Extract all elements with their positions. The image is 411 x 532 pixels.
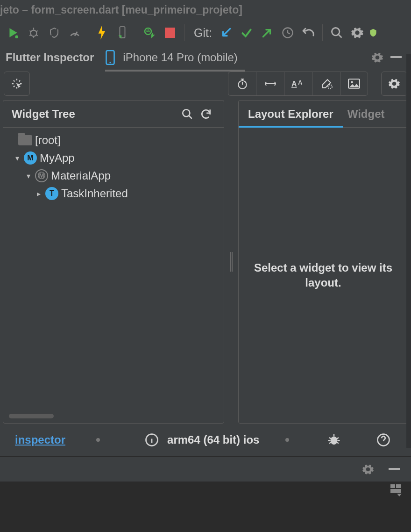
bottom-hide-button[interactable] xyxy=(385,460,404,479)
coverage-button[interactable] xyxy=(45,23,64,42)
git-push-button[interactable] xyxy=(258,23,276,42)
folder-icon xyxy=(18,135,32,145)
svg-point-1 xyxy=(31,30,37,36)
svg-rect-9 xyxy=(390,56,402,58)
tree-search-button[interactable] xyxy=(178,105,197,123)
svg-rect-20 xyxy=(389,468,400,470)
tree-node-materialapp[interactable]: ▾ Ⓜ MaterialApp xyxy=(6,167,221,185)
tree-header: Widget Tree xyxy=(3,101,224,128)
svg-point-15 xyxy=(351,81,353,83)
window-title-text: jeto – form_screen.dart [meu_primeiro_pr… xyxy=(0,4,242,16)
select-widget-mode-button[interactable] xyxy=(4,72,30,96)
tab-label: Layout Explorer xyxy=(248,108,333,120)
chevron-down-icon[interactable]: ▾ xyxy=(14,154,21,163)
flutter-inspector-tab[interactable]: Flutter Inspector xyxy=(6,51,94,64)
bottom-bar xyxy=(0,456,411,482)
widget-m-icon: M xyxy=(24,151,37,165)
tab-layout-explorer[interactable]: Layout Explorer xyxy=(248,108,333,127)
tab-widget-details[interactable]: Widget xyxy=(347,108,385,127)
inspector-panel-header: Flutter Inspector iPhone 14 Pro (mobile) xyxy=(0,46,411,69)
tree-title: Widget Tree xyxy=(12,108,75,121)
separator xyxy=(184,24,184,41)
svg-text:A: A xyxy=(298,79,303,86)
tree-node-root[interactable]: [root] xyxy=(6,131,221,149)
layout-explorer-body: Select a widget to view its layout. xyxy=(239,128,408,423)
info-icon[interactable] xyxy=(145,433,159,447)
device-tab-label: iPhone 14 Pro (mobile) xyxy=(115,47,245,68)
status-dot xyxy=(96,438,100,442)
status-bar: inspector arm64 (64 bit) ios xyxy=(0,424,411,456)
chevron-down-icon[interactable]: ▾ xyxy=(25,172,32,180)
git-history-button[interactable] xyxy=(278,23,297,42)
git-label: Git: xyxy=(194,26,212,40)
layout-explorer-panel: Layout Explorer Widget Select a widget t… xyxy=(238,100,408,424)
attach-debugger-button[interactable] xyxy=(140,23,159,42)
run-button[interactable] xyxy=(4,23,22,42)
tree-node-label: MaterialApp xyxy=(51,169,111,182)
svg-point-16 xyxy=(183,109,190,116)
show-guidelines-button[interactable] xyxy=(256,72,284,96)
debug-toggle-group: AA xyxy=(228,72,368,96)
tree-body[interactable]: [root] ▾ M MyApp ▾ Ⓜ MaterialApp ▸ T Tas… xyxy=(3,128,224,423)
hot-restart-button[interactable] xyxy=(113,23,132,42)
device-tab[interactable]: iPhone 14 Pro (mobile) xyxy=(105,47,245,68)
widget-tree-panel: Widget Tree [root] ▾ M MyApp ▾ Ⓜ xyxy=(3,100,224,424)
slow-animations-button[interactable] xyxy=(228,72,256,96)
svg-point-18 xyxy=(331,437,338,445)
chevron-right-icon[interactable]: ▸ xyxy=(35,189,43,198)
tree-node-myapp[interactable]: ▾ M MyApp xyxy=(6,149,221,167)
tab-label: Widget xyxy=(347,108,385,120)
phone-icon xyxy=(105,50,115,65)
tree-node-label: [root] xyxy=(35,134,61,147)
status-dot xyxy=(285,438,289,442)
search-button[interactable] xyxy=(327,23,346,42)
git-pull-button[interactable] xyxy=(217,23,235,42)
window-title: jeto – form_screen.dart [meu_primeiro_pr… xyxy=(0,0,411,20)
tree-node-label: TaskInherited xyxy=(61,187,128,200)
svg-text:A: A xyxy=(291,80,297,88)
tree-node-taskinherited[interactable]: ▸ T TaskInherited xyxy=(6,185,221,202)
separator xyxy=(322,24,323,41)
splitter-handle-icon xyxy=(230,252,233,272)
arch-text: arm64 (64 bit) ios xyxy=(167,433,259,446)
profile-button[interactable] xyxy=(65,23,84,42)
bottom-settings-button[interactable] xyxy=(359,460,377,479)
plugin-icon[interactable] xyxy=(368,23,378,42)
flutter-inspector-tab-label: Flutter Inspector xyxy=(6,51,94,64)
hot-reload-button[interactable] xyxy=(92,23,111,42)
inspector-link[interactable]: inspector xyxy=(15,433,65,446)
stop-button[interactable] xyxy=(161,23,179,42)
minimize-panel-button[interactable] xyxy=(387,48,405,67)
debug-button[interactable] xyxy=(24,23,43,42)
empty-state-text: Select a widget to view its layout. xyxy=(248,260,398,291)
widget-t-icon: T xyxy=(45,187,58,200)
svg-rect-4 xyxy=(165,28,175,38)
inspector-settings-button[interactable] xyxy=(381,72,407,96)
highlight-images-button[interactable] xyxy=(340,72,368,96)
settings-button[interactable] xyxy=(348,23,367,42)
svg-point-8 xyxy=(110,62,111,63)
layout-switcher-icon[interactable] xyxy=(390,484,402,497)
git-commit-button[interactable] xyxy=(237,23,256,42)
right-gutter xyxy=(406,54,411,448)
help-icon[interactable] xyxy=(376,433,390,447)
tree-node-label: MyApp xyxy=(40,151,75,165)
inspector-toolbar: AA xyxy=(0,69,411,98)
highlight-repaints-button[interactable] xyxy=(312,72,340,96)
splitter[interactable] xyxy=(227,100,235,424)
material-icon: Ⓜ xyxy=(35,169,48,182)
tree-refresh-button[interactable] xyxy=(197,105,215,123)
main-toolbar: Git: xyxy=(0,20,411,46)
horizontal-scrollbar[interactable] xyxy=(9,414,54,418)
right-tabs: Layout Explorer Widget xyxy=(239,101,408,128)
bug-icon[interactable] xyxy=(327,433,341,447)
panel-settings-button[interactable] xyxy=(368,48,387,67)
svg-point-0 xyxy=(15,35,18,38)
undo-button[interactable] xyxy=(299,23,318,42)
ide-status-bar xyxy=(0,482,411,500)
svg-point-6 xyxy=(332,28,339,36)
inspector-main: Widget Tree [root] ▾ M MyApp ▾ Ⓜ xyxy=(0,98,411,424)
show-baselines-button[interactable]: AA xyxy=(284,72,312,96)
